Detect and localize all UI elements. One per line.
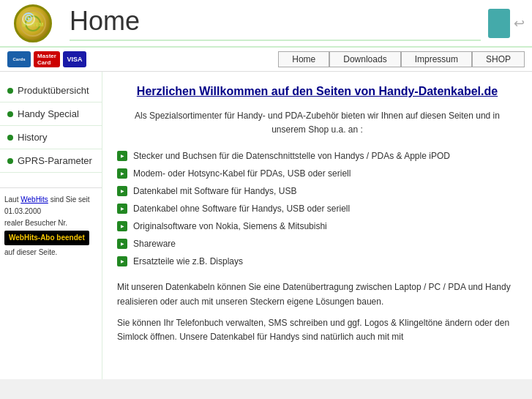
nav-home[interactable]: Home [278,51,329,67]
list-item: Originalsoftware von Nokia, Siemens & Mi… [117,217,517,235]
logo-circle: SYSTEM [14,4,52,42]
list-bullet-icon [117,204,127,214]
sidebar-stats: Laut WebHits sind Sie seit 01.03.2000 re… [0,187,102,264]
sidebar-label-gprs: GPRS-Parameter [18,155,92,166]
bullet-icon [7,158,13,164]
payment-nav-row: Cards MasterCard VISA Home Downloads Imp… [0,48,532,72]
list-item: Shareware [117,235,517,253]
svg-point-4 [28,17,30,19]
list-item: Datenkabel ohne Software für Handys, USB… [117,200,517,217]
intro-text: Als Spezialsortimenter für Handy- und PD… [117,109,517,137]
list-bullet-icon [117,239,127,249]
stats-text-3: realer Besucher Nr. [4,219,67,227]
welcome-heading: Herzlichen Willkommen auf den Seiten von… [117,83,517,100]
list-bullet-icon [117,221,127,231]
nav-shop[interactable]: SHOP [472,51,525,67]
stats-text-4: auf dieser Seite. [4,248,57,256]
feature-text: Stecker und Buchsen für die Datenschnitt… [133,149,450,163]
paragraph-1: Mit unseren Datenkabeln können Sie eine … [117,280,517,308]
webhits-link[interactable]: WebHits [20,195,48,204]
feature-text: Originalsoftware von Nokia, Siemens & Mi… [133,220,327,233]
feature-text: Modem- oder Hotsync-Kabel für PDAs, USB … [133,167,351,180]
nav-impressum[interactable]: Impressum [401,51,472,67]
page-title: Home [70,6,481,41]
sidebar-item-handy-special[interactable]: Handy Special [0,102,102,126]
svg-text:SYSTEM: SYSTEM [23,22,44,27]
sidebar-label-history: History [18,132,47,143]
feature-text: Datenkabel mit Software für Handys, USB [133,184,296,198]
logo: SYSTEM [7,3,59,43]
header-arrow-icon: ↩ [514,15,525,31]
amex-card: Cards [7,51,31,67]
payment-icons: Cards MasterCard VISA [7,51,117,67]
list-bullet-icon [117,256,127,266]
paragraph-2: Sie können Ihr Telefonbuch verwalten, SM… [117,316,517,344]
stats-date: 01.03.2000 [4,207,41,215]
mastercard: MasterCard [34,51,60,67]
nav-bar: Home Downloads Impressum SHOP [278,51,525,67]
list-item: Datenkabel mit Software für Handys, USB [117,182,517,200]
list-bullet-icon [117,186,127,196]
feature-list: Stecker und Buchsen für die Datenschnitt… [117,147,517,270]
webhits-badge[interactable]: WebHits-Abo beendet [4,231,89,245]
bullet-icon [7,111,13,117]
list-item: Stecker und Buchsen für die Datenschnitt… [117,147,517,165]
list-item: Ersatzteile wie z.B. Displays [117,253,517,270]
list-bullet-icon [117,168,127,179]
svg-point-3 [26,15,31,21]
sidebar-label-produktubersicht: Produktübersicht [18,85,89,96]
stats-text-2: sind Sie seit [48,195,90,204]
header: SYSTEM Home ↩ [0,0,532,48]
header-icon [488,9,510,38]
bullet-icon [7,135,13,141]
list-bullet-icon [117,151,127,161]
stats-text-1: Laut [4,195,20,204]
bullet-icon [7,88,13,94]
nav-downloads[interactable]: Downloads [329,51,400,67]
feature-text: Ersatzteile wie z.B. Displays [133,255,243,268]
sidebar-label-handy-special: Handy Special [18,108,79,119]
main-layout: Produktübersicht Handy Special History G… [0,72,532,379]
sidebar-item-gprs[interactable]: GPRS-Parameter [0,149,102,173]
main-content: Herzlichen Willkommen auf den Seiten von… [102,72,532,379]
list-item: Modem- oder Hotsync-Kabel für PDAs, USB … [117,165,517,182]
feature-text: Datenkabel ohne Software für Handys, USB… [133,202,350,215]
sidebar-item-produktubersicht[interactable]: Produktübersicht [0,79,102,102]
feature-text: Shareware [133,237,176,250]
sidebar: Produktübersicht Handy Special History G… [0,72,102,379]
visa-card: VISA [63,51,86,67]
sidebar-item-history[interactable]: History [0,126,102,149]
